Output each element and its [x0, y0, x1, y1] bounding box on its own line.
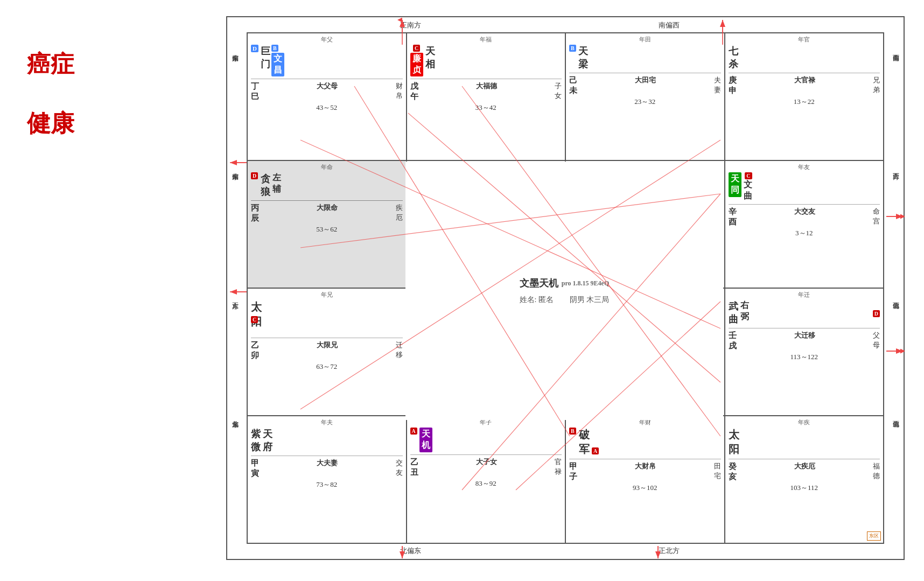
- range-r0c1: 33～42: [410, 103, 562, 113]
- cell-r1c0: 年命 D 贪狼 左辅 丙辰 大限命 疾厄 53～62: [247, 160, 407, 288]
- cell-r1c2-center: [565, 160, 725, 288]
- star-zuofu: 左辅: [272, 172, 281, 198]
- year-label-r1c3: 年友: [729, 163, 880, 171]
- range-r3c3: 103～112: [729, 483, 880, 493]
- svg-marker-24: [230, 289, 237, 295]
- palace-r0c1: 大福德: [476, 81, 497, 91]
- range-r3c0: 73～82: [251, 480, 403, 489]
- dir-bottom-right: 正北方: [593, 546, 744, 556]
- palace-r1c3: 大交友: [794, 207, 815, 216]
- star-ziwei: 紫微: [251, 428, 261, 453]
- star-taiyang-r2c0: 太阳: [251, 300, 403, 329]
- stem-r3c3: 癸亥: [729, 461, 737, 482]
- palace-r2c0: 大限兄: [317, 340, 338, 350]
- star-tianxiang: 天相: [425, 45, 435, 71]
- cell-r1c3: 年友 天同 C 文曲 辛酉 大交友 命宫 3～12: [725, 160, 884, 288]
- cell-r2c3: 年迁 武曲 右弼 D 壬戌 大迁移 父母 113～122: [725, 288, 884, 416]
- year-label-r0c0: 年父: [251, 36, 403, 44]
- cell-r1c1-center: [407, 160, 566, 288]
- year-label-r3c1: 年子: [410, 418, 562, 426]
- left-label-cancer: 癌症: [27, 48, 74, 80]
- stem-r0c1: 戊午: [410, 81, 418, 102]
- range-r1c0: 53～62: [251, 225, 403, 234]
- range-r0c3: 13～22: [729, 97, 880, 107]
- badge-A-r3c2: A: [592, 447, 599, 454]
- dir-top-left: 正南方: [335, 20, 486, 30]
- badge-A-r3c1: A: [410, 428, 417, 435]
- star-qisha: 七杀: [729, 45, 880, 71]
- palace-r0c0: 大父母: [317, 81, 338, 91]
- palace-r3c1: 大子女: [476, 457, 497, 467]
- stem-r3c0: 甲寅: [251, 458, 259, 479]
- year-label-r2c0: 年兄: [251, 291, 403, 299]
- extra-r3c0: 交友: [396, 458, 403, 478]
- badge-B-r0c0: B: [271, 45, 278, 52]
- left-label-health: 健康: [27, 108, 74, 139]
- dir-bottom-left: 北偏东: [335, 546, 486, 556]
- cell-r2c1-center: [407, 288, 566, 416]
- stamp-r3c3: 东区: [867, 531, 881, 541]
- range-r0c2: 23～32: [569, 97, 721, 107]
- star-wenqu: 文曲: [744, 179, 752, 202]
- extra-r0c3: 兄弟: [873, 75, 880, 95]
- range-r2c3: 113～122: [729, 352, 880, 362]
- year-label-r0c1: 年福: [410, 36, 562, 44]
- extra-r0c1: 子女: [555, 81, 562, 101]
- star-tianji-badge: 天机: [419, 428, 432, 452]
- extra-r2c0: 迁移: [396, 340, 403, 360]
- cell-r0c2: 年田 B 天梁 己未 大田宅 夫妻 23～32: [565, 33, 725, 160]
- star-jumen: 巨门: [261, 45, 270, 71]
- cell-r3c2: 年财 B 破军 A 甲子 大财帛 田宅 93～102: [565, 416, 725, 543]
- extra-r0c2: 夫妻: [714, 75, 721, 95]
- palace-r0c2: 大田宅: [635, 75, 656, 85]
- svg-marker-22: [230, 160, 237, 165]
- svg-marker-26: [896, 214, 903, 219]
- badge-C-r1c3: C: [745, 172, 752, 179]
- palace-r1c0: 大限命: [317, 203, 338, 213]
- palace-r3c2: 大财帛: [635, 461, 656, 471]
- year-label-r0c3: 年官: [729, 36, 880, 44]
- stem-r2c0: 乙卯: [251, 340, 259, 361]
- stem-r3c2: 甲子: [569, 461, 577, 482]
- badge-B-r0c2: B: [569, 45, 576, 52]
- extra-r1c3: 命宫: [873, 207, 880, 226]
- stem-r0c2: 己未: [569, 75, 577, 96]
- badge-D-r1c0: D: [251, 172, 258, 179]
- chart-wrapper: 正南方 南偏西 北偏东 正北方 南偏东 东偏南 正东方 东偏北 西偏南 正西方 …: [226, 16, 905, 560]
- star-youbi: 右弼: [740, 300, 749, 323]
- year-label-r2c3: 年迁: [729, 291, 880, 299]
- star-pojun: 破军: [579, 428, 590, 457]
- badge-C-r2c0: C: [251, 316, 258, 323]
- range-r3c1: 83～92: [410, 479, 562, 488]
- stem-r1c3: 辛酉: [729, 207, 737, 227]
- cell-r0c1: 年福 C 廉贞 天相 戊午 大福德 子女 33～42: [407, 33, 566, 160]
- star-tianliang: 天梁: [578, 45, 588, 71]
- cell-r2c2-center: [565, 288, 725, 416]
- stem-r0c0: 丁巳: [251, 81, 259, 102]
- extra-r3c2: 田宅: [714, 461, 721, 481]
- cell-r3c3: 年疾 太阳 癸亥 大疾厄 福德 103～112 东区: [725, 416, 884, 543]
- star-wuqu: 武曲: [729, 300, 738, 326]
- palace-r0c3: 大官禄: [794, 75, 815, 85]
- star-lianzhen: 廉贞: [410, 53, 423, 76]
- year-label-r3c0: 年夫: [251, 418, 403, 426]
- badge-D-r2c3: D: [873, 310, 880, 317]
- cell-r0c3: 年官 七杀 庚申 大官禄 兄弟 13～22: [725, 33, 884, 160]
- badge-D-r0c0: D: [251, 45, 258, 52]
- extra-r3c3: 福德: [873, 461, 880, 481]
- stem-r3c1: 乙丑: [410, 457, 418, 478]
- badge-B-r3c2: B: [569, 428, 576, 435]
- range-r2c0: 63～72: [251, 362, 403, 372]
- year-label-r1c0: 年命: [251, 163, 403, 171]
- year-label-r3c3: 年疾: [729, 418, 880, 426]
- range-r1c3: 3～12: [729, 228, 880, 238]
- badge-C-r0c1: C: [413, 45, 420, 52]
- extra-r0c0: 财帛: [396, 81, 403, 101]
- cell-r3c0: 年夫 紫微 天府 甲寅 大夫妻 交友 73～82: [247, 416, 407, 543]
- star-wenchang: 文昌: [271, 53, 284, 76]
- range-r3c2: 93～102: [569, 483, 721, 493]
- stem-r0c3: 庚申: [729, 75, 737, 96]
- extra-r3c1: 官禄: [555, 457, 562, 477]
- cell-r3c1: 年子 A 天机 乙丑 大子女 官禄 83～92: [407, 416, 566, 543]
- year-label-r0c2: 年田: [569, 36, 721, 44]
